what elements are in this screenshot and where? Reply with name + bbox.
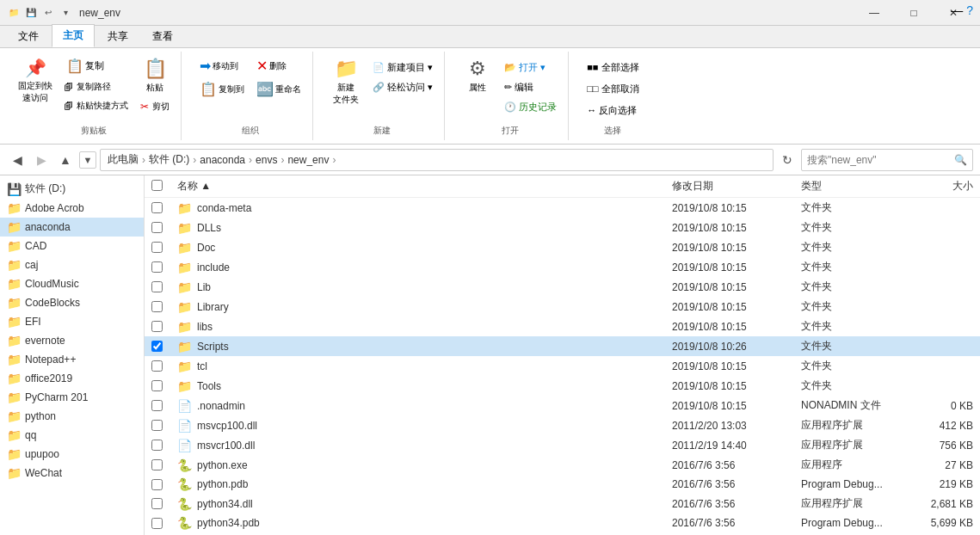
select-none-button[interactable]: □□ 全部取消	[582, 80, 643, 98]
table-row[interactable]: 📄.nonadmin 2019/10/8 10:15 NONADMIN 文件 0…	[145, 396, 980, 415]
header-date[interactable]: 修改日期	[672, 179, 801, 194]
table-row[interactable]: 📁Lib 2019/10/8 10:15 文件夹	[145, 277, 980, 297]
breadcrumb-envs[interactable]: envs	[256, 154, 277, 166]
sidebar-item-evernote[interactable]: 📁 evernote	[0, 331, 144, 350]
tab-file[interactable]: 文件	[7, 25, 50, 47]
minimize-button[interactable]: —	[854, 0, 894, 26]
row-checkbox[interactable]	[151, 281, 163, 292]
easy-access-button[interactable]: 🔗 轻松访问 ▾	[368, 78, 437, 96]
location-icon[interactable]: ▼	[79, 151, 96, 169]
row-checkbox[interactable]	[151, 440, 163, 451]
sidebar-item-efi[interactable]: 📁 EFI	[0, 312, 144, 331]
sidebar-drive[interactable]: 💾 软件 (D:)	[0, 179, 144, 199]
table-row[interactable]: 📄msvcr100.dll 2011/2/19 14:40 应用程序扩展 756…	[145, 435, 980, 455]
sidebar-item-cloudmusic[interactable]: 📁 CloudMusic	[0, 274, 144, 293]
table-row[interactable]: 🐍python34.dll 2016/7/6 3:56 应用程序扩展 2,681…	[145, 494, 980, 513]
table-row[interactable]: 🐍python34.pdb 2016/7/6 3:56 Program Debu…	[145, 513, 980, 532]
sidebar-label-notepadpp: Notepad++	[25, 354, 76, 366]
row-checkbox[interactable]	[151, 222, 163, 233]
row-checkbox[interactable]	[151, 202, 163, 213]
tab-share[interactable]: 共享	[96, 25, 139, 47]
table-row[interactable]: 🐍python.pdb 2016/7/6 3:56 Program Debug.…	[145, 475, 980, 494]
select-all-button[interactable]: ■■ 全部选择	[582, 58, 643, 77]
tab-view[interactable]: 查看	[141, 25, 184, 47]
sidebar-item-office2019[interactable]: 📁 office2019	[0, 369, 144, 388]
sidebar-item-wechat[interactable]: 📁 WeChat	[0, 464, 144, 483]
open-button[interactable]: 📂 打开 ▾	[500, 58, 561, 77]
breadcrumb-current[interactable]: new_env	[287, 154, 329, 166]
table-row[interactable]: 📁tcl 2019/10/8 10:15 文件夹	[145, 356, 980, 376]
sidebar-item-codeblocks[interactable]: 📁 CodeBlocks	[0, 293, 144, 312]
row-checkbox[interactable]	[151, 261, 163, 273]
breadcrumb-pc[interactable]: 此电脑	[108, 152, 139, 167]
table-row[interactable]: 📁DLLs 2019/10/8 10:15 文件夹	[145, 218, 980, 237]
header-size[interactable]: 大小	[904, 179, 973, 194]
header-type[interactable]: 类型	[801, 179, 904, 194]
sidebar-item-upupoo[interactable]: 📁 upupoo	[0, 445, 144, 464]
paste-shortcut-button[interactable]: 🗐 粘贴快捷方式	[60, 97, 133, 114]
refresh-button[interactable]: ↻	[777, 150, 798, 170]
edit-button[interactable]: ✏ 编辑	[500, 78, 561, 96]
header-check[interactable]	[151, 180, 177, 194]
rename-button[interactable]: 🔤 重命名	[252, 78, 305, 100]
table-row[interactable]: 📁Library 2019/10/8 10:15 文件夹	[145, 297, 980, 317]
sidebar-item-qq[interactable]: 📁 qq	[0, 426, 144, 445]
select-all-checkbox[interactable]	[151, 180, 163, 191]
row-checkbox[interactable]	[151, 459, 163, 470]
copy-to-button[interactable]: 📋 复制到	[195, 78, 249, 100]
forward-button[interactable]: ▶	[31, 150, 52, 170]
breadcrumb-anaconda[interactable]: anaconda	[200, 154, 245, 166]
row-checkbox[interactable]	[151, 518, 163, 529]
history-button[interactable]: 🕐 历史记录	[500, 98, 561, 116]
search-input[interactable]	[807, 154, 954, 166]
row-checkbox[interactable]	[151, 380, 163, 391]
table-row[interactable]: 📁conda-meta 2019/10/8 10:15 文件夹	[145, 198, 980, 218]
tab-home[interactable]: 主页	[52, 24, 95, 47]
dropdown-icon[interactable]: ▾	[59, 6, 72, 20]
search-box[interactable]: 🔍	[801, 149, 973, 171]
row-checkbox[interactable]	[151, 400, 163, 411]
new-item-button[interactable]: 📄 新建项目 ▾	[368, 58, 437, 77]
row-checkbox[interactable]	[151, 479, 163, 490]
row-checkbox[interactable]	[151, 360, 163, 372]
sidebar-item-cad[interactable]: 📁 CAD	[0, 237, 144, 255]
header-name[interactable]: 名称 ▲	[177, 179, 672, 194]
row-checkbox[interactable]	[151, 420, 163, 431]
table-row[interactable]: 📁include 2019/10/8 10:15 文件夹	[145, 257, 980, 277]
row-checkbox[interactable]	[151, 341, 163, 352]
cut-button[interactable]: ✂ 剪切	[136, 98, 174, 115]
table-row[interactable]: 🐍python.exe 2016/7/6 3:56 应用程序 27 KB	[145, 455, 980, 475]
help-btn[interactable]: ?	[966, 3, 973, 17]
maximize-button[interactable]: □	[894, 0, 934, 26]
table-row[interactable]: 📄msvcp100.dll 2011/2/20 13:03 应用程序扩展 412…	[145, 415, 980, 435]
sidebar-item-pycharm[interactable]: 📁 PyCharm 201	[0, 388, 144, 407]
table-row[interactable]: 📁Tools 2019/10/8 10:15 文件夹	[145, 376, 980, 396]
copy-button[interactable]: 📋 复制	[60, 55, 133, 77]
help-icon[interactable]: —	[951, 3, 963, 17]
sidebar-item-caj[interactable]: 📁 caj	[0, 255, 144, 274]
copy-path-button[interactable]: 🗐 复制路径	[60, 78, 133, 95]
sidebar-item-python[interactable]: 📁 python	[0, 407, 144, 426]
row-checkbox[interactable]	[151, 321, 163, 332]
table-row[interactable]: 📁Scripts 2019/10/8 10:26 文件夹	[145, 336, 980, 356]
sidebar-item-anaconda[interactable]: 📁 anaconda	[0, 218, 144, 237]
new-folder-button[interactable]: 📁 新建文件夹	[327, 55, 365, 108]
row-checkbox[interactable]	[151, 301, 163, 312]
up-button[interactable]: ▲	[55, 150, 76, 170]
folder-icon-codeblocks: 📁	[7, 296, 22, 310]
back-button[interactable]: ◀	[7, 150, 28, 170]
table-row[interactable]: 📁Doc 2019/10/8 10:15 文件夹	[145, 237, 980, 257]
row-checkbox[interactable]	[151, 498, 163, 509]
properties-button[interactable]: ⚙ 属性	[459, 55, 496, 96]
paste-button[interactable]: 📋 粘贴	[136, 55, 174, 96]
sidebar-item-adobe[interactable]: 📁 Adobe Acrob	[0, 199, 144, 218]
delete-button[interactable]: ✕ 删除	[252, 55, 305, 77]
sidebar-item-notepadpp[interactable]: 📁 Notepad++	[0, 350, 144, 369]
table-row[interactable]: 📁libs 2019/10/8 10:15 文件夹	[145, 317, 980, 336]
invert-selection-button[interactable]: ↔ 反向选择	[582, 101, 643, 120]
breadcrumb[interactable]: 此电脑 › 软件 (D:) › anaconda › envs › new_en…	[100, 149, 774, 171]
breadcrumb-drive[interactable]: 软件 (D:)	[149, 152, 189, 167]
pin-quick-access-button[interactable]: 📌 固定到快速访问	[14, 55, 57, 107]
move-to-button[interactable]: ➡ 移动到	[195, 55, 249, 77]
row-checkbox[interactable]	[151, 242, 163, 253]
